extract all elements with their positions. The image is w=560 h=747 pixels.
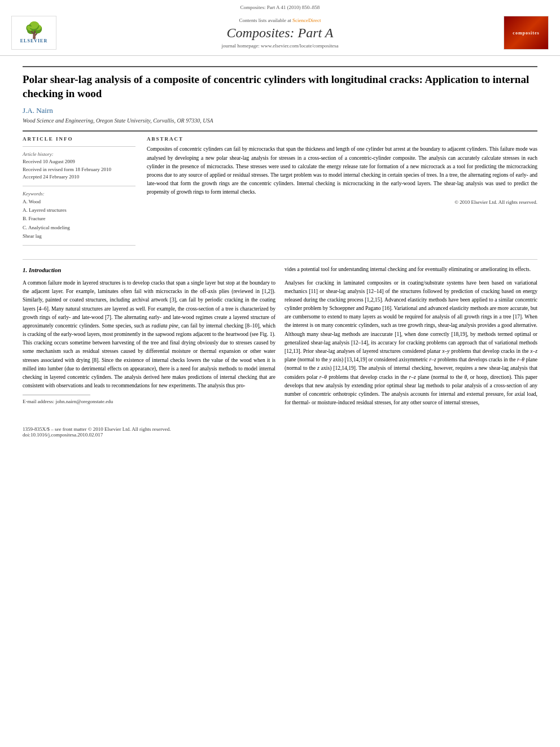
section1-title: 1. Introduction bbox=[23, 265, 275, 276]
left-para1: A common failure mode in layered structu… bbox=[23, 279, 275, 390]
keywords-list: A. Wood A. Layered structures B. Fractur… bbox=[23, 198, 135, 241]
header-divider bbox=[23, 66, 537, 67]
keyword-3: B. Fracture bbox=[23, 215, 135, 223]
info-divider1 bbox=[23, 146, 135, 147]
journal-name: Composites: Part A bbox=[68, 25, 492, 41]
email-label: E-mail address: bbox=[23, 399, 55, 404]
accepted-date: Accepted 24 February 2010 bbox=[23, 173, 135, 181]
history-label: Article history: bbox=[23, 151, 135, 157]
abstract-section: ABSTRACT Composites of concentric cylind… bbox=[147, 136, 537, 250]
body-columns: 1. Introduction A common failure mode in… bbox=[23, 265, 537, 412]
doi-text: doi:10.1016/j.compositesa.2010.02.017 bbox=[23, 432, 537, 438]
elsevier-logo-inner: 🌳 ELSEVIER bbox=[20, 23, 47, 43]
math-xy: x–y bbox=[442, 348, 449, 354]
keyword-1: A. Wood bbox=[23, 198, 135, 206]
page: Composites: Part A 41 (2010) 850–858 🌳 E… bbox=[0, 0, 560, 441]
math-rz: r–z bbox=[429, 357, 436, 362]
info-divider3 bbox=[23, 245, 135, 246]
math-xz: x–z bbox=[530, 348, 537, 354]
journal-meta: Composites: Part A 41 (2010) 850–858 bbox=[11, 5, 549, 10]
keyword-5: Shear lag bbox=[23, 232, 135, 241]
journal-header: Composites: Part A 41 (2010) 850–858 🌳 E… bbox=[0, 0, 560, 56]
math-rtheta: r–θ bbox=[517, 357, 524, 362]
composites-logo-text: composites bbox=[513, 30, 539, 36]
contents-label: Contents lists available at bbox=[239, 18, 291, 23]
right-para2: Analyses for cracking in laminated compo… bbox=[285, 279, 537, 408]
abstract-title: ABSTRACT bbox=[147, 136, 537, 142]
keyword-2: A. Layered structures bbox=[23, 206, 135, 215]
article-info-abstract: ARTICLE INFO Article history: Received 1… bbox=[23, 136, 537, 250]
info-divider2 bbox=[23, 186, 135, 186]
right-column: vides a potential tool for understanding… bbox=[285, 265, 537, 412]
sciencedirect-anchor[interactable]: ScienceDirect bbox=[292, 18, 321, 23]
keywords-label: Keywords: bbox=[23, 191, 135, 196]
article-info-panel: ARTICLE INFO Article history: Received 1… bbox=[23, 136, 135, 250]
footnote-divider bbox=[23, 395, 90, 395]
sciencedirect-link: Contents lists available at ScienceDirec… bbox=[68, 18, 492, 23]
keyword-4: C. Analytical modeling bbox=[23, 224, 135, 232]
math-z: z bbox=[317, 365, 320, 371]
author-name: J.A. Nairn bbox=[23, 106, 537, 115]
elsevier-logo: 🌳 ELSEVIER bbox=[11, 16, 56, 50]
math-y: y bbox=[329, 357, 331, 362]
species-italic: radiata pine bbox=[152, 323, 178, 329]
section1-title-text: 1. Introduction bbox=[23, 267, 61, 273]
author-affiliation: Wood Science and Engineering, Oregon Sta… bbox=[23, 117, 537, 124]
journal-title-block: Contents lists available at ScienceDirec… bbox=[68, 18, 492, 49]
math-polar-r-theta: r–θ bbox=[320, 374, 327, 380]
article-history: Article history: Received 10 August 2009… bbox=[23, 151, 135, 181]
received-date: Received 10 August 2009 bbox=[23, 158, 135, 166]
elsevier-tree-icon: 🌳 bbox=[20, 23, 47, 38]
article-info-title: ARTICLE INFO bbox=[23, 136, 135, 142]
body-divider bbox=[23, 259, 537, 260]
email-value: john.nairn@oregonstate.edu bbox=[55, 399, 113, 404]
keywords-section: Keywords: A. Wood A. Layered structures … bbox=[23, 191, 135, 241]
left-column: 1. Introduction A common failure mode in… bbox=[23, 265, 275, 412]
journal-header-inner: 🌳 ELSEVIER Contents lists available at S… bbox=[11, 12, 549, 53]
article-title: Polar shear-lag analysis of a composite … bbox=[23, 73, 537, 101]
abstract-text: Composites of concentric cylinders can f… bbox=[147, 145, 537, 196]
math-theta: θ bbox=[464, 374, 467, 380]
copyright-text: © 2010 Elsevier Ltd. All rights reserved… bbox=[147, 199, 537, 205]
footnote-email: E-mail address: john.nairn@oregonstate.e… bbox=[23, 397, 275, 405]
page-footer: 1359-835X/$ – see front matter © 2010 El… bbox=[0, 423, 560, 441]
elsevier-brand-text: ELSEVIER bbox=[20, 38, 47, 43]
revised-date: Received in revised form 18 February 201… bbox=[23, 166, 135, 174]
journal-homepage: journal homepage: www.elsevier.com/locat… bbox=[68, 43, 492, 49]
right-para1: vides a potential tool for understanding… bbox=[285, 265, 537, 274]
article-content: Polar shear-lag analysis of a composite … bbox=[0, 56, 560, 417]
math-rz2: r–z bbox=[409, 374, 416, 380]
issn-text: 1359-835X/$ – see front matter © 2010 El… bbox=[23, 426, 537, 432]
title-divider bbox=[23, 130, 537, 132]
composites-logo: composites bbox=[504, 16, 549, 50]
